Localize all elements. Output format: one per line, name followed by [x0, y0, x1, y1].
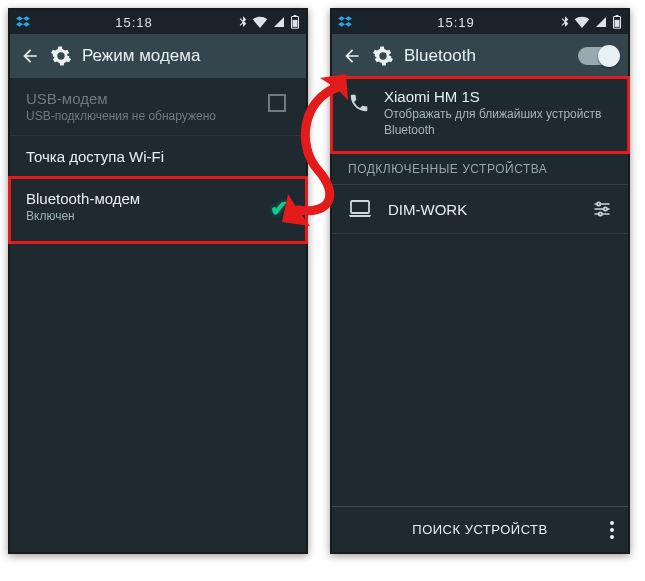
status-clock: 15:19 — [352, 15, 560, 30]
more-icon[interactable] — [610, 521, 614, 539]
battery-icon — [612, 15, 622, 29]
signal-icon — [272, 16, 286, 28]
phone-screen-bluetooth: 15:19 Bluetooth — [330, 8, 630, 554]
battery-icon — [290, 15, 300, 29]
svg-point-9 — [599, 213, 602, 216]
bluetooth-toggle[interactable] — [578, 47, 618, 65]
status-bar: 15:18 — [10, 10, 306, 34]
appbar-title: Режим модема — [82, 46, 200, 66]
bluetooth-tethering-title: Bluetooth-модем — [26, 190, 290, 207]
phone-screen-tethering: 15:18 Режим модема USB-модем — [8, 8, 308, 554]
device-visibility-row[interactable]: Xiaomi HM 1S Отображать для ближайших ус… — [332, 78, 628, 152]
bluetooth-tethering-sub: Включен — [26, 209, 290, 223]
svg-rect-5 — [615, 20, 620, 27]
device-name: Xiaomi HM 1S — [384, 88, 612, 105]
bluetooth-icon — [560, 15, 570, 29]
device-visibility-sub: Отображать для ближайших устройств Bluet… — [384, 107, 612, 138]
dropbox-icon — [16, 15, 30, 29]
paired-device-name: DIM-WORK — [388, 201, 576, 218]
sliders-icon[interactable] — [592, 199, 612, 219]
wifi-hotspot-row[interactable]: Точка доступа Wi-Fi — [10, 136, 306, 178]
status-bar: 15:19 — [332, 10, 628, 34]
app-bar: Режим модема — [10, 34, 306, 78]
gear-icon — [372, 45, 394, 67]
app-bar: Bluetooth — [332, 34, 628, 78]
svg-point-7 — [597, 203, 600, 206]
search-devices-button[interactable]: ПОИСК УСТРОЙСТВ — [412, 522, 547, 537]
paired-devices-header: ПОДКЛЮЧЕННЫЕ УСТРОЙСТВА — [332, 152, 628, 185]
laptop-icon — [348, 199, 372, 219]
dropbox-icon — [338, 15, 352, 29]
bluetooth-tethering-row[interactable]: Bluetooth-модем Включен ✔ — [10, 178, 306, 242]
phone-icon — [348, 88, 370, 114]
svg-point-8 — [604, 208, 607, 211]
svg-rect-6 — [351, 201, 369, 213]
status-clock: 15:18 — [30, 15, 238, 30]
signal-icon — [594, 16, 608, 28]
svg-rect-2 — [293, 20, 298, 27]
svg-rect-4 — [616, 15, 619, 16]
usb-tethering-title: USB-модем — [26, 90, 290, 107]
wifi-hotspot-title: Точка доступа Wi-Fi — [26, 148, 290, 165]
usb-tethering-row: USB-модем USB-подключения не обнаружено — [10, 78, 306, 136]
usb-tethering-sub: USB-подключения не обнаружено — [26, 109, 290, 123]
back-icon[interactable] — [20, 46, 40, 66]
check-icon: ✔ — [270, 196, 288, 222]
bluetooth-icon — [238, 15, 248, 29]
gear-icon — [50, 45, 72, 67]
bottom-action-bar: ПОИСК УСТРОЙСТВ — [332, 506, 628, 552]
wifi-icon — [252, 16, 268, 28]
appbar-title: Bluetooth — [404, 46, 476, 66]
svg-rect-1 — [294, 15, 297, 16]
usb-checkbox — [268, 94, 286, 112]
paired-device-row[interactable]: DIM-WORK — [332, 185, 628, 234]
wifi-icon — [574, 16, 590, 28]
back-icon[interactable] — [342, 46, 362, 66]
